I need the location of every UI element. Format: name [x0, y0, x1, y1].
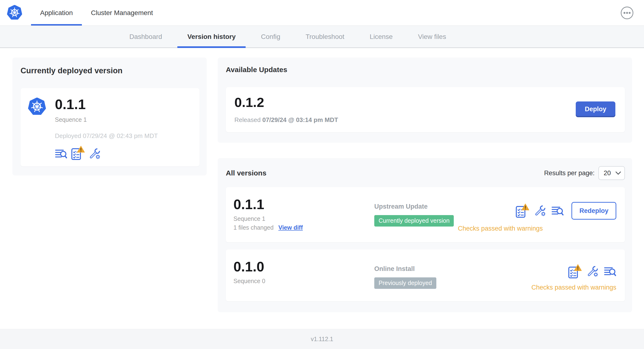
currently-deployed-panel: Currently deployed version 0.1.1 Sequenc…: [12, 58, 207, 176]
results-per-page-dropdown[interactable]: 20: [598, 166, 625, 180]
view-files-icon[interactable]: [55, 147, 67, 160]
update-version-number: 0.1.2: [234, 95, 338, 110]
tab-config[interactable]: Config: [251, 26, 290, 48]
version-row-info: 0.1.0 Sequence 0: [234, 259, 374, 284]
version-row-actions: Redeploy Checks passed with warnings: [458, 197, 616, 232]
tab-version-history[interactable]: Version history: [177, 26, 246, 48]
version-row-actions: Checks passed with warnings: [531, 259, 616, 291]
overflow-menu-button[interactable]: [620, 6, 634, 20]
results-per-page-label: Results per page:: [544, 170, 594, 177]
versions-column: Available Updates 0.1.2 Released 07/29/2…: [218, 58, 632, 312]
deployed-version-details: 0.1.1 Sequence 1 Deployed 07/29/24 @ 02:…: [55, 96, 158, 160]
version-row-source: Upstream Update Currently deployed versi…: [374, 197, 458, 226]
section-nav: Dashboard Version history Config Trouble…: [0, 26, 644, 48]
released-prefix: Released: [234, 116, 261, 124]
app-footer: v1.112.1: [0, 329, 644, 349]
files-changed: 1 files changed View diff: [234, 224, 374, 231]
deployed-version-actions: [55, 146, 158, 160]
app-tabs: Application Cluster Management: [31, 0, 162, 26]
deployment-status-badge: Previously deployed: [374, 278, 436, 289]
view-files-icon[interactable]: [552, 204, 564, 217]
all-versions-title: All versions: [226, 169, 266, 177]
view-files-icon[interactable]: [604, 265, 616, 278]
available-updates-title: Available Updates: [226, 66, 625, 74]
tab-troubleshoot[interactable]: Troubleshoot: [296, 26, 354, 48]
deployed-timestamp: Deployed 07/29/24 @ 02:43 pm MDT: [55, 132, 158, 140]
kubernetes-logo-icon: [7, 5, 22, 21]
released-date: 07/29/24 @ 03:14 pm MDT: [262, 116, 338, 124]
preflight-status-text[interactable]: Checks passed with warnings: [458, 225, 543, 232]
preflight-checks-warning-icon[interactable]: [516, 204, 530, 218]
version-number: 0.1.0: [234, 259, 374, 274]
tab-view-files[interactable]: View files: [408, 26, 456, 48]
update-details: 0.1.2 Released 07/29/24 @ 03:14 pm MDT: [234, 95, 338, 124]
preflight-checks-warning-icon[interactable]: [568, 264, 582, 278]
all-versions-panel: All versions Results per page: 20: [218, 158, 632, 312]
config-icon[interactable]: [534, 204, 546, 217]
version-sequence: Sequence 0: [234, 278, 374, 284]
tab-application[interactable]: Application: [31, 0, 82, 26]
redeploy-button[interactable]: Redeploy: [572, 202, 616, 220]
tab-license[interactable]: License: [360, 26, 403, 48]
preflight-status-text[interactable]: Checks passed with warnings: [531, 284, 616, 291]
version-row-source: Online Install Previously deployed: [374, 259, 531, 289]
version-source-label: Upstream Update: [374, 203, 458, 210]
main-content: Currently deployed version 0.1.1 Sequenc…: [0, 48, 644, 329]
deployed-version-card: 0.1.1 Sequence 1 Deployed 07/29/24 @ 02:…: [20, 88, 200, 166]
view-diff-link[interactable]: View diff: [278, 224, 303, 231]
tab-dashboard[interactable]: Dashboard: [119, 26, 172, 48]
version-source-label: Online Install: [374, 265, 531, 272]
version-sequence: Sequence 1: [234, 215, 374, 222]
config-icon[interactable]: [587, 265, 599, 278]
tab-cluster-management[interactable]: Cluster Management: [82, 0, 162, 26]
update-card: 0.1.2 Released 07/29/24 @ 03:14 pm MDT D…: [226, 87, 625, 132]
console-version: v1.112.1: [311, 336, 333, 342]
available-updates-panel: Available Updates 0.1.2 Released 07/29/2…: [218, 58, 632, 143]
version-row: 0.1.0 Sequence 0 Online Install Previous…: [226, 250, 625, 301]
version-row: 0.1.1 Sequence 1 1 files changed View di…: [226, 187, 625, 242]
version-row-info: 0.1.1 Sequence 1 1 files changed View di…: [234, 197, 374, 231]
results-per-page: Results per page: 20: [544, 166, 625, 180]
results-per-page-select[interactable]: 20: [598, 166, 625, 180]
current-version-column: Currently deployed version 0.1.1 Sequenc…: [12, 58, 207, 176]
deploy-button[interactable]: Deploy: [576, 102, 615, 117]
preflight-checks-warning-icon[interactable]: [71, 146, 85, 160]
all-versions-header: All versions Results per page: 20: [226, 166, 625, 180]
update-released-timestamp: Released 07/29/24 @ 03:14 pm MDT: [234, 116, 338, 124]
app-icon: [28, 98, 46, 116]
config-icon[interactable]: [89, 147, 101, 160]
deployment-status-badge: Currently deployed version: [374, 215, 454, 226]
top-bar: Application Cluster Management: [0, 0, 644, 26]
deployed-sequence: Sequence 1: [55, 116, 158, 123]
files-changed-count: 1 files changed: [234, 224, 274, 231]
currently-deployed-title: Currently deployed version: [20, 66, 200, 75]
version-number: 0.1.1: [234, 197, 374, 212]
deployed-version-number: 0.1.1: [55, 96, 158, 112]
kots-admin-console: Application Cluster Management Dashboard…: [0, 0, 644, 349]
